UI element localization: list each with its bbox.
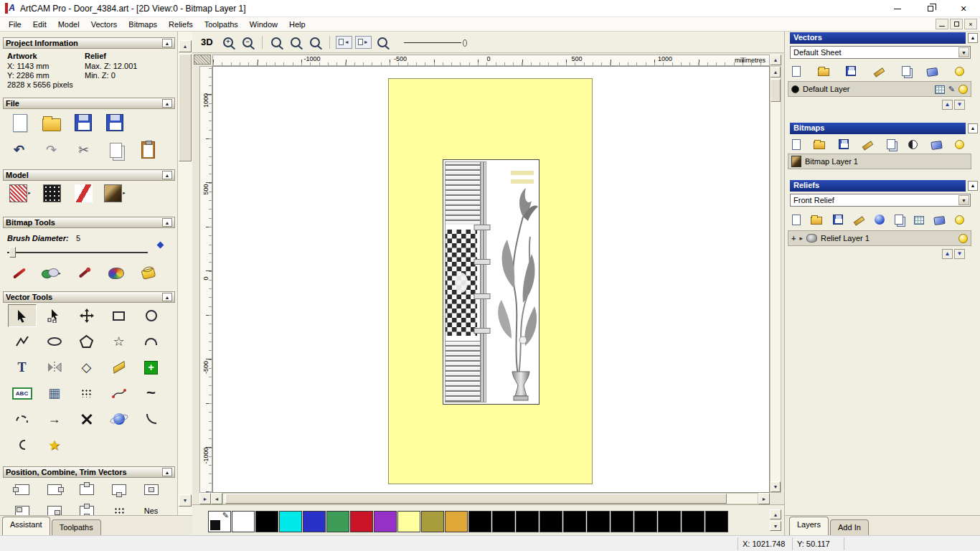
flood-fill-button[interactable] bbox=[135, 263, 162, 284]
bitmap-visibility-icon[interactable] bbox=[955, 140, 964, 149]
undo-button[interactable]: ↶ bbox=[6, 139, 33, 161]
bitmaps-collapse-button[interactable]: ▲ bbox=[968, 123, 978, 133]
previous-view-button[interactable]: ◄ bbox=[336, 36, 352, 49]
merge-layer-icon[interactable] bbox=[873, 66, 885, 76]
nest-vectors-button[interactable]: Nes bbox=[138, 500, 165, 515]
colour-swatch[interactable] bbox=[611, 511, 633, 532]
view-3d-button[interactable]: 3D bbox=[201, 37, 213, 47]
collapse-icon[interactable]: ▲ bbox=[162, 468, 172, 476]
redo-button[interactable]: ↷ bbox=[38, 139, 65, 161]
next-view-button[interactable]: ► bbox=[355, 36, 372, 49]
merge-relief-layer-icon[interactable] bbox=[853, 215, 864, 225]
colour-swatch[interactable] bbox=[374, 511, 397, 532]
menu-edit[interactable]: Edit bbox=[27, 17, 52, 32]
new-bitmap-layer-icon[interactable] bbox=[792, 139, 801, 150]
open-bitmap-layer-icon[interactable] bbox=[814, 141, 825, 149]
colour-select-button[interactable]: ▸ bbox=[38, 263, 65, 284]
paste-along-curve-tool[interactable]: ▦ bbox=[40, 382, 69, 405]
menu-file[interactable]: File bbox=[3, 17, 27, 32]
drawing-canvas[interactable] bbox=[212, 66, 770, 493]
save-model-button[interactable] bbox=[70, 112, 97, 133]
restore-button[interactable] bbox=[914, 0, 947, 17]
collapse-icon[interactable]: ▲ bbox=[162, 39, 172, 47]
smooth-polyline-tool[interactable]: ~ bbox=[137, 382, 166, 405]
create-rectangle-tool[interactable] bbox=[105, 304, 133, 327]
colour-swatch[interactable] bbox=[492, 511, 515, 532]
menu-window[interactable]: Window bbox=[244, 17, 283, 32]
close-button[interactable]: × bbox=[947, 0, 980, 17]
tab-assistant[interactable]: Assistant bbox=[2, 517, 50, 535]
ruler-options-button[interactable]: ▲ bbox=[770, 55, 781, 65]
menu-model[interactable]: Model bbox=[52, 17, 85, 32]
paste-button[interactable] bbox=[135, 139, 162, 161]
copy-bitmap-layer-icon[interactable] bbox=[887, 139, 895, 149]
open-model-button[interactable] bbox=[38, 112, 65, 133]
spin-vectors-tool[interactable] bbox=[105, 408, 133, 430]
relief-visibility-icon[interactable] bbox=[955, 215, 964, 225]
create-polygon-tool[interactable] bbox=[72, 330, 101, 353]
scatter-copies-button[interactable] bbox=[105, 500, 133, 515]
canvas-hscroll-thumb[interactable] bbox=[225, 494, 727, 504]
subtract-vectors-button[interactable] bbox=[41, 500, 68, 515]
colour-swatch[interactable] bbox=[658, 511, 681, 532]
relief-layer-visibility-icon[interactable] bbox=[958, 234, 968, 243]
paint-tool-button[interactable] bbox=[6, 263, 33, 284]
fillet-tool[interactable] bbox=[8, 433, 37, 456]
colour-swatch[interactable] bbox=[468, 511, 491, 532]
create-ellipse-tool[interactable] bbox=[40, 330, 69, 353]
colour-swatch[interactable] bbox=[705, 511, 728, 532]
expand-icon[interactable]: ▸ bbox=[799, 235, 803, 242]
align-bottom-button[interactable] bbox=[105, 479, 133, 500]
mdi-restore-button[interactable] bbox=[950, 19, 963, 29]
align-center-button[interactable] bbox=[138, 479, 165, 500]
create-star-tool[interactable]: ☆ bbox=[105, 330, 133, 353]
move-layer-down-button[interactable]: ▼ bbox=[954, 100, 965, 110]
brush-diameter-slider[interactable] bbox=[7, 252, 148, 253]
merge-bitmap-layer-icon[interactable] bbox=[862, 139, 873, 149]
brush-slider-handle[interactable] bbox=[9, 247, 16, 258]
vectors-collapse-button[interactable]: ▲ bbox=[968, 33, 978, 43]
mdi-close-button[interactable]: × bbox=[964, 19, 977, 29]
zoom-1to1-button[interactable] bbox=[288, 35, 304, 50]
join-vectors-tool[interactable]: → bbox=[40, 408, 69, 430]
delete-layer-icon[interactable] bbox=[927, 67, 938, 77]
colour-swatch[interactable] bbox=[279, 511, 302, 532]
new-model-button[interactable] bbox=[6, 112, 34, 133]
cut-button[interactable]: ✂ bbox=[70, 139, 98, 161]
create-polyline-tool[interactable] bbox=[8, 330, 37, 353]
new-sheet-icon[interactable] bbox=[902, 66, 910, 76]
hscroll-track[interactable] bbox=[222, 493, 758, 504]
colour-swatch[interactable] bbox=[540, 511, 562, 532]
align-top-button[interactable] bbox=[73, 479, 100, 500]
colour-swatch[interactable] bbox=[516, 511, 539, 532]
move-relief-up-button[interactable]: ▲ bbox=[942, 249, 953, 259]
tab-add-in[interactable]: Add In bbox=[830, 519, 869, 535]
nesting-tool[interactable] bbox=[105, 382, 133, 405]
zoom-objects-button[interactable] bbox=[268, 35, 285, 50]
colour-swatch[interactable] bbox=[232, 511, 255, 532]
colour-swatch[interactable] bbox=[255, 511, 278, 532]
fit-arcs-tool[interactable] bbox=[8, 408, 37, 430]
save-layer-icon[interactable] bbox=[846, 66, 856, 76]
assistant-scrollbar[interactable]: ▲ ▼ bbox=[178, 32, 192, 515]
create-starburst-tool[interactable]: ★ bbox=[40, 433, 69, 456]
toggle-visibility-icon[interactable] bbox=[955, 67, 964, 76]
canvas-vscroll-thumb[interactable] bbox=[771, 79, 781, 102]
slice-vectors-button[interactable] bbox=[73, 500, 100, 515]
scroll-down-button[interactable]: ▼ bbox=[179, 494, 192, 507]
save-relief-layer-icon[interactable] bbox=[833, 215, 843, 225]
primary-secondary-colour-swatch[interactable]: ✎ bbox=[208, 511, 231, 532]
colour-swatch[interactable] bbox=[587, 511, 610, 532]
colour-swatch[interactable] bbox=[682, 511, 705, 532]
zoom-area-button[interactable] bbox=[374, 35, 391, 50]
canvas-scroll-left-button[interactable]: ◄ bbox=[211, 493, 222, 504]
transform-vectors-tool[interactable] bbox=[72, 304, 101, 327]
menu-toolpaths[interactable]: Toolpaths bbox=[199, 17, 244, 32]
save-bitmap-layer-icon[interactable] bbox=[839, 139, 849, 149]
menu-reliefs[interactable]: Reliefs bbox=[163, 17, 199, 32]
collapse-icon[interactable]: ▲ bbox=[162, 171, 172, 179]
relief-grid-icon[interactable] bbox=[914, 216, 924, 225]
bitmap-contrast-icon[interactable] bbox=[908, 140, 918, 149]
trim-vectors-tool[interactable] bbox=[72, 408, 101, 430]
palette-scroll-up-button[interactable]: ▲ bbox=[770, 509, 781, 519]
